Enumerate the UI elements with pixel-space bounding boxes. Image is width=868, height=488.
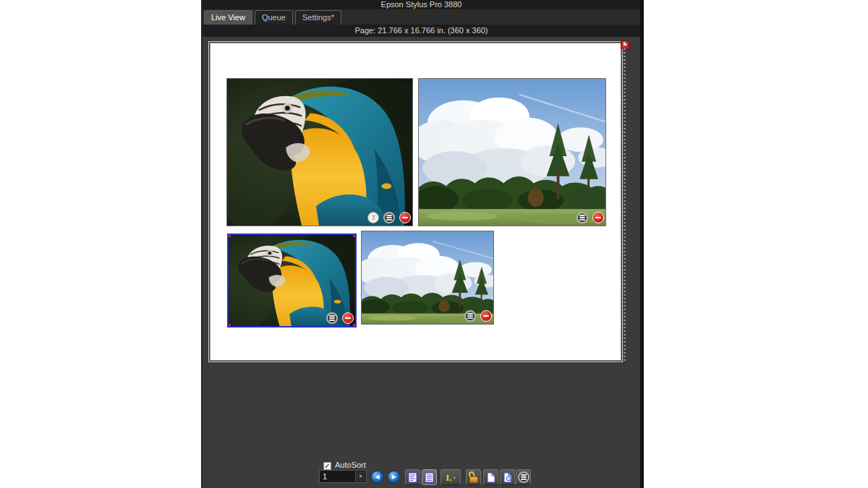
copies-dropdown-arrow-icon[interactable]: ▾ xyxy=(355,471,365,481)
layout-image-landscape-large[interactable] xyxy=(418,78,606,226)
document-lines-icon xyxy=(408,472,417,483)
remove-icon[interactable] xyxy=(399,212,411,223)
parrot-photo xyxy=(227,79,412,226)
crop-icon[interactable]: ✂ xyxy=(367,212,379,223)
window-title: Epson Stylus Pro 3880 xyxy=(203,0,640,9)
next-page-button[interactable]: ▶ xyxy=(388,471,400,483)
tab-settings[interactable]: Settings* xyxy=(295,10,341,25)
selection-handle[interactable] xyxy=(353,324,357,328)
copies-stack-button[interactable] xyxy=(516,469,531,485)
image-settings-button[interactable]: I s ▾ xyxy=(441,469,461,485)
screenshot-canvas: Epson Stylus Pro 3880 Live View Queue Se… xyxy=(0,0,868,488)
tab-live-view[interactable]: Live View xyxy=(204,10,252,25)
image-settings-subglyph: s xyxy=(449,476,452,483)
preview-page-button[interactable] xyxy=(500,469,515,485)
document-justified-icon xyxy=(425,472,434,483)
layout-image-parrot-small-selected[interactable] xyxy=(227,234,357,328)
landscape-photo xyxy=(419,79,605,226)
selection-handle[interactable] xyxy=(227,234,231,237)
dropdown-arrow-icon: ▾ xyxy=(454,475,456,480)
page-info-bar: Page: 21.766 x 16.766 in. (360 x 360) xyxy=(203,25,640,37)
copies-icon[interactable] xyxy=(326,312,338,324)
panel-splitter-handle[interactable] xyxy=(624,41,626,361)
copies-input[interactable] xyxy=(320,471,360,482)
new-page-button[interactable] xyxy=(483,469,498,485)
app-window: Epson Stylus Pro 3880 Live View Queue Se… xyxy=(201,0,644,488)
remove-icon[interactable] xyxy=(342,312,354,324)
tab-bar: Live View Queue Settings* xyxy=(203,9,640,25)
tab-live-view-label: Live View xyxy=(211,13,245,22)
remove-icon[interactable] xyxy=(592,212,604,223)
remove-icon[interactable] xyxy=(480,310,492,322)
tab-queue[interactable]: Queue xyxy=(255,10,293,25)
print-page-preview: ✂ xyxy=(210,43,621,361)
page-magnifier-icon xyxy=(503,472,513,483)
autosort-checkbox[interactable]: ✓ xyxy=(323,462,331,470)
copies-icon[interactable] xyxy=(576,212,588,223)
previous-page-button[interactable]: ◀ xyxy=(371,471,383,483)
open-lock-icon xyxy=(469,471,479,483)
left-arrow-icon: ◀ xyxy=(375,474,379,480)
tab-queue-label: Queue xyxy=(262,13,286,22)
tab-settings-label: Settings* xyxy=(302,13,334,22)
right-arrow-icon: ▶ xyxy=(391,474,396,480)
selection-handle[interactable] xyxy=(353,234,357,237)
lock-button[interactable] xyxy=(466,469,481,485)
copies-icon[interactable] xyxy=(383,212,395,223)
blank-page-icon xyxy=(486,472,495,483)
layout-image-parrot-large[interactable]: ✂ xyxy=(226,78,413,226)
copies-combobox: ▾ xyxy=(319,470,367,483)
view-list-button[interactable] xyxy=(405,469,420,485)
layout-image-landscape-small[interactable] xyxy=(361,231,494,325)
image-badges xyxy=(464,310,492,322)
image-badges: ✂ xyxy=(367,212,411,223)
copies-icon[interactable] xyxy=(464,310,476,322)
autosort-label: AutoSort xyxy=(335,461,366,469)
image-badges xyxy=(326,312,354,324)
copies-stack-icon xyxy=(518,471,529,483)
view-thumbnails-button[interactable] xyxy=(422,469,437,485)
image-badges xyxy=(576,212,604,223)
selection-handle[interactable] xyxy=(227,324,231,328)
